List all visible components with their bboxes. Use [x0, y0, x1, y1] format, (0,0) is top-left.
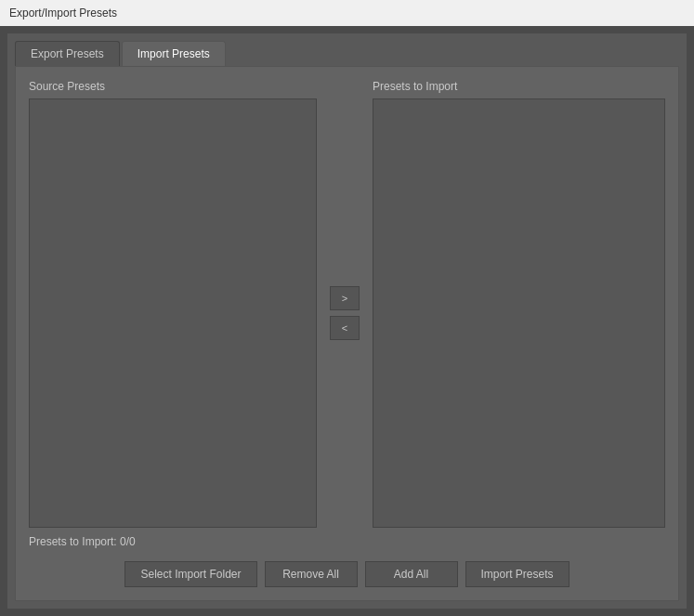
select-import-folder-button[interactable]: Select Import Folder — [124, 561, 256, 587]
main-container: Export Presets Import Presets Source Pre… — [7, 33, 687, 609]
panels-row: Source Presets > < Presets to Import — [29, 80, 665, 528]
source-panel: Source Presets — [29, 80, 317, 528]
import-panel: Presets to Import — [373, 80, 665, 528]
add-all-button[interactable]: Add All — [365, 561, 458, 587]
bottom-buttons: Select Import Folder Remove All Add All … — [29, 561, 665, 587]
import-presets-button[interactable]: Import Presets — [465, 561, 570, 587]
tab-import[interactable]: Import Presets — [122, 41, 226, 66]
tab-export[interactable]: Export Presets — [15, 41, 120, 66]
status-text: Presets to Import: 0/0 — [29, 535, 665, 548]
source-presets-list — [29, 98, 317, 528]
title-bar: Export/Import Presets — [0, 0, 694, 26]
source-presets-label: Source Presets — [29, 80, 317, 93]
presets-to-import-list — [373, 98, 665, 528]
tab-content: Source Presets > < Presets to Import Pre… — [15, 66, 679, 601]
presets-to-import-label: Presets to Import — [373, 80, 665, 93]
forward-button[interactable]: > — [330, 286, 360, 310]
tab-bar: Export Presets Import Presets — [15, 41, 679, 66]
backward-button[interactable]: < — [330, 316, 360, 340]
transfer-buttons: > < — [317, 80, 373, 528]
remove-all-button[interactable]: Remove All — [265, 561, 358, 587]
window-title: Export/Import Presets — [9, 7, 117, 20]
